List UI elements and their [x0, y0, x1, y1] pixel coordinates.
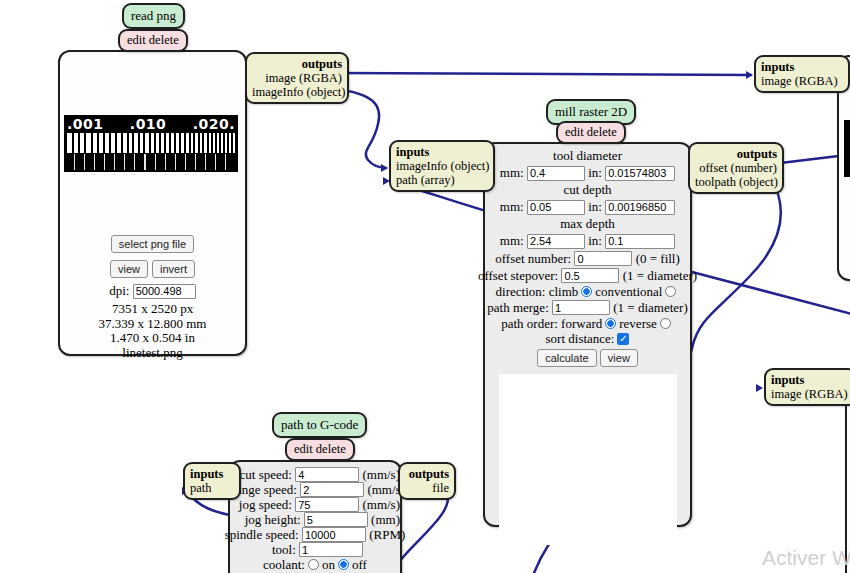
mm-label: mm: [500, 199, 524, 215]
mm-label: mm: [500, 233, 524, 249]
gcode-outputs-port[interactable]: outputs file [398, 462, 456, 500]
input-image-rgba[interactable]: image (RGBA) [771, 387, 850, 401]
inputs-title: inputs [396, 145, 488, 159]
sort-distance-checkbox[interactable]: ✓ [617, 333, 629, 345]
output-image-rgba[interactable]: image (RGBA) [252, 71, 342, 85]
coolant-on-label: on [322, 557, 335, 573]
plunge-speed-input[interactable] [300, 482, 364, 497]
cut-speed-input[interactable] [295, 467, 359, 482]
max-depth-in-input[interactable] [605, 234, 675, 249]
output-offset[interactable]: offset (number) [695, 161, 777, 175]
mill-outputs-port[interactable]: outputs offset (number) toolpath (object… [688, 142, 784, 194]
path-merge-input[interactable] [552, 300, 610, 315]
spindle-speed-unit: (RPM) [369, 527, 405, 543]
path-merge-label: path merge: [487, 300, 549, 316]
cut-speed-unit: (mm/s) [362, 467, 400, 483]
mill-edit-delete[interactable]: edit delete [556, 121, 626, 144]
path-merge-hint: (1 = diameter) [613, 300, 687, 316]
top-right-module-image [844, 120, 850, 177]
select-png-file-button[interactable]: select png file [111, 235, 194, 253]
path-to-gcode-module: cut speed: (mm/s) plunge speed: (mm/s) j… [228, 460, 402, 573]
gcode-inputs-port[interactable]: inputs path [183, 462, 241, 500]
mill-raster-module: tool diameter mm: in: cut depth mm: in: … [483, 142, 692, 527]
mill-view-button[interactable]: view [600, 349, 638, 367]
dpi-input[interactable] [133, 284, 196, 299]
coolant-off-label: off [352, 557, 367, 573]
input-path-array[interactable]: path (array) [396, 173, 488, 187]
invert-button[interactable]: invert [152, 260, 195, 278]
cut-depth-heading: cut depth [485, 182, 690, 198]
input-imageinfo[interactable]: imageInfo (object) [396, 159, 488, 173]
read-png-edit-delete[interactable]: edit delete [118, 29, 188, 52]
png-preview-label: .010 [130, 117, 167, 131]
input-path[interactable]: path [190, 481, 234, 495]
offset-number-label: offset number: [495, 251, 571, 267]
png-preview-bars-bottom [74, 154, 235, 170]
gcode-edit-delete[interactable]: edit delete [285, 438, 355, 461]
path-order-forward-label: forward [561, 316, 602, 332]
wire-arrow [381, 164, 388, 172]
mm-label: mm: [500, 165, 524, 181]
png-preview-bars-top [67, 133, 235, 153]
tool-diameter-mm-input[interactable] [527, 166, 585, 181]
offset-stepover-input[interactable] [561, 268, 619, 283]
top-right-inputs-port[interactable]: inputs image (RGBA) [754, 55, 850, 93]
inputs-title: inputs [190, 467, 234, 481]
max-depth-mm-input[interactable] [527, 234, 585, 249]
mid-right-inputs-port[interactable]: inputs image (RGBA) [764, 368, 850, 406]
wire-arrow [756, 384, 763, 392]
output-imageinfo[interactable]: imageInfo (object) [252, 85, 342, 99]
spindle-speed-input[interactable] [302, 527, 366, 542]
tool-input[interactable] [299, 542, 363, 557]
outputs-title: outputs [252, 57, 342, 71]
toolpath-preview-canvas [499, 374, 677, 545]
path-order-forward-radio[interactable] [605, 318, 616, 329]
png-preview-image: .001 .010 .020. [64, 115, 238, 172]
path-order-reverse-radio[interactable] [660, 318, 671, 329]
image-size-in: 1.470 x 0.504 in [60, 331, 245, 346]
dpi-label: dpi: [109, 283, 129, 299]
cut-depth-in-input[interactable] [605, 200, 675, 215]
wire-image-to-topright [336, 73, 751, 75]
jog-speed-input[interactable] [295, 497, 359, 512]
sort-distance-label: sort distance: [546, 331, 615, 347]
offset-number-input[interactable] [574, 251, 632, 266]
max-depth-heading: max depth [485, 216, 690, 232]
read-png-outputs-port[interactable]: outputs image (RGBA) imageInfo (object) [245, 52, 349, 104]
offset-number-hint: (0 = fill) [636, 251, 680, 267]
mill-inputs-port[interactable]: inputs imageInfo (object) path (array) [389, 140, 495, 192]
direction-label: direction: [496, 284, 546, 300]
module-header-path-to-gcode[interactable]: path to G-code [272, 412, 367, 438]
jog-speed-unit: (mm/s) [362, 497, 400, 513]
png-preview-label: .001 [67, 117, 104, 131]
path-order-reverse-label: reverse [619, 316, 657, 332]
jog-speed-label: jog speed: [230, 497, 292, 513]
image-filename: linetest.png [60, 346, 245, 361]
calculate-button[interactable]: calculate [537, 349, 596, 367]
png-preview-label: .020. [193, 117, 235, 131]
coolant-on-radio[interactable] [308, 559, 319, 570]
in-label: in: [588, 233, 602, 249]
jog-height-label: jog height: [230, 512, 301, 528]
direction-climb-radio[interactable] [581, 286, 592, 297]
inputs-title: inputs [771, 373, 850, 387]
coolant-off-radio[interactable] [338, 559, 349, 570]
direction-conventional-label: conventional [595, 284, 662, 300]
offset-stepover-label: offset stepover: [478, 268, 558, 284]
outputs-title: outputs [405, 467, 449, 481]
jog-height-input[interactable] [304, 512, 368, 527]
inputs-title: inputs [761, 60, 843, 74]
input-image-rgba[interactable]: image (RGBA) [761, 74, 843, 88]
cut-depth-mm-input[interactable] [527, 200, 585, 215]
offset-stepover-hint: (1 = diameter) [623, 268, 697, 284]
direction-conventional-radio[interactable] [665, 286, 676, 297]
output-file[interactable]: file [405, 481, 449, 495]
module-header-read-png[interactable]: read png [122, 3, 185, 29]
in-label: in: [588, 199, 602, 215]
image-size-mm: 37.339 x 12.800 mm [60, 317, 245, 332]
tool-diameter-in-input[interactable] [605, 166, 675, 181]
output-toolpath[interactable]: toolpath (object) [695, 175, 777, 189]
windows-activation-watermark: Activer W [762, 546, 850, 570]
view-button[interactable]: view [110, 260, 148, 278]
read-png-module: .001 .010 .020. select png file view inv… [58, 50, 247, 356]
